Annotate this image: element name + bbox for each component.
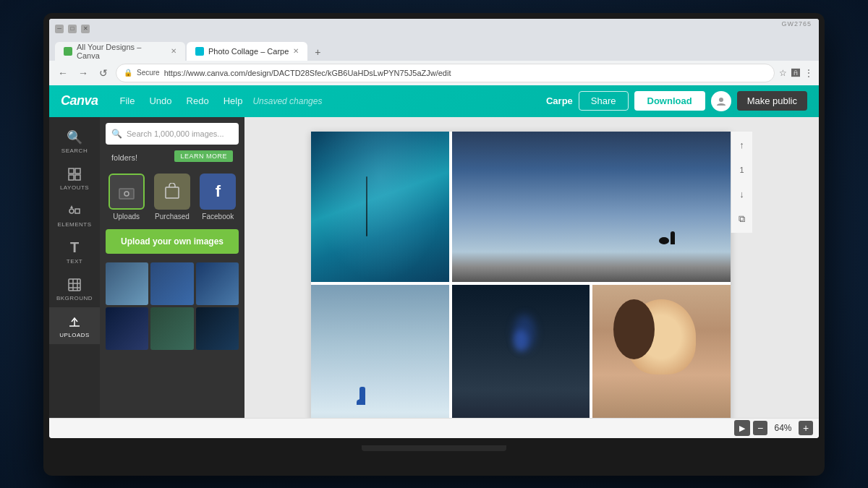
- secure-icon: 🔒: [124, 69, 132, 77]
- canva-header: Canva File Undo Redo Help Unsaved change…: [49, 85, 819, 117]
- sidebar-text-label: TEXT: [67, 258, 82, 265]
- browser-menu-button[interactable]: ⋮: [804, 68, 813, 78]
- tab-all-designs[interactable]: All Your Designs – Canva ✕: [55, 42, 185, 61]
- photo-ice-cave[interactable]: [311, 132, 449, 282]
- svg-rect-8: [69, 279, 80, 291]
- svg-point-0: [719, 98, 723, 102]
- search-placeholder: Search 1,000,000 images...: [127, 129, 224, 138]
- close-button[interactable]: ✕: [81, 25, 90, 33]
- align-up-button[interactable]: ↑: [734, 137, 750, 153]
- sidebar-item-background[interactable]: BKGROUND: [49, 270, 100, 307]
- monitor-base-bar: [362, 445, 506, 451]
- canvas-content: [311, 132, 731, 418]
- secure-label: Secure: [137, 69, 160, 77]
- right-toolbar: ↑ 1 ↓ ⧉: [731, 132, 752, 233]
- sidebar-item-search[interactable]: 🔍 SEARCH: [49, 123, 100, 160]
- sidebar-layouts-label: LAYOUTS: [60, 184, 89, 191]
- bottom-bar: ▶ − 64% +: [49, 418, 819, 438]
- new-tab-button[interactable]: +: [309, 43, 326, 61]
- uploads-tab-icon: [109, 174, 145, 210]
- forward-button[interactable]: →: [75, 65, 91, 81]
- make-public-button[interactable]: Make public: [737, 91, 807, 111]
- upload-thumb-4[interactable]: [106, 307, 148, 350]
- back-button[interactable]: ←: [55, 65, 71, 81]
- sidebar-item-layouts[interactable]: LAYOUTS: [49, 160, 100, 197]
- upload-thumb-6[interactable]: [196, 307, 239, 350]
- tab-close-2[interactable]: ✕: [293, 47, 299, 55]
- folders-text: folders!: [106, 150, 143, 165]
- source-tab-facebook[interactable]: f Facebook: [197, 174, 239, 221]
- photo-snow-landscape[interactable]: [311, 285, 449, 418]
- browser-chrome: ─ □ ✕ All Your Designs – Canva ✕ Photo C…: [49, 19, 819, 85]
- source-tab-uploads[interactable]: Uploads: [106, 174, 147, 221]
- url-bar[interactable]: 🔒 Secure https://www.canva.com/design/DA…: [116, 64, 775, 82]
- purchased-tab-icon: [154, 174, 190, 210]
- photo-mountain[interactable]: [452, 132, 731, 282]
- canva-app: Canva File Undo Redo Help Unsaved change…: [49, 85, 819, 438]
- reload-button[interactable]: ↺: [95, 65, 111, 81]
- align-down-button[interactable]: ↓: [734, 187, 750, 202]
- extension-icon: 🅰: [791, 68, 800, 78]
- page-number: 1: [734, 162, 750, 178]
- sidebar-item-elements[interactable]: ELEMENTS: [49, 197, 100, 234]
- maximize-button[interactable]: □: [68, 25, 77, 33]
- canvas-area[interactable]: ↑ 1 ↓ ⧉: [244, 117, 819, 418]
- header-right: Carpe Share Download Make public: [546, 91, 807, 111]
- zoom-in-button[interactable]: +: [799, 421, 813, 435]
- zoom-out-button[interactable]: −: [753, 421, 767, 435]
- unsaved-changes-label: Unsaved changes: [252, 96, 322, 106]
- layouts-icon: [67, 167, 82, 181]
- upload-thumb-1[interactable]: [106, 262, 148, 305]
- nav-undo[interactable]: Undo: [142, 85, 179, 117]
- zoom-controls: ▶ − 64% +: [734, 420, 813, 436]
- svg-rect-2: [75, 168, 80, 174]
- zoom-level: 64%: [770, 423, 796, 433]
- background-icon: [67, 278, 82, 292]
- monitor-model-label: GW2765: [781, 20, 812, 27]
- sidebar-uploads-label: UPLOADS: [59, 332, 90, 338]
- text-icon: T: [67, 241, 82, 255]
- tab-close-1[interactable]: ✕: [171, 47, 176, 55]
- uploads-tab-label: Uploads: [113, 213, 140, 221]
- svg-rect-15: [119, 189, 134, 199]
- nav-file[interactable]: File: [113, 85, 142, 117]
- photo-portrait[interactable]: [592, 285, 731, 418]
- svg-rect-1: [69, 168, 74, 174]
- uploads-icon: [67, 314, 82, 329]
- facebook-tab-icon: f: [200, 174, 236, 210]
- bookmark-button[interactable]: ☆: [779, 68, 787, 78]
- upload-thumb-5[interactable]: [150, 307, 193, 350]
- sidebar-item-uploads[interactable]: UPLOADS: [49, 307, 100, 344]
- uploads-panel: 🔍 Search 1,000,000 images... folders! LE…: [100, 117, 244, 418]
- share-button[interactable]: Share: [579, 91, 629, 111]
- source-tab-purchased[interactable]: Purchased: [151, 174, 192, 221]
- upload-thumb-3[interactable]: [196, 262, 239, 305]
- source-tabs: Uploads Purchased: [100, 168, 244, 226]
- upload-thumb-2[interactable]: [150, 262, 193, 305]
- facebook-tab-label: Facebook: [202, 213, 234, 221]
- search-box[interactable]: 🔍 Search 1,000,000 images...: [106, 123, 239, 145]
- present-button[interactable]: ▶: [734, 420, 750, 436]
- tab-favicon-2: [195, 47, 204, 56]
- nav-redo[interactable]: Redo: [179, 85, 216, 117]
- learn-more-banner[interactable]: LEARN MORE: [174, 150, 233, 162]
- monitor-base: [49, 438, 819, 458]
- copy-button[interactable]: ⧉: [734, 211, 750, 227]
- photo-blue-smoke[interactable]: [452, 285, 590, 418]
- sidebar-icons: 🔍 SEARCH LAYOUTS: [49, 117, 100, 418]
- svg-point-5: [69, 209, 74, 213]
- avatar: [711, 91, 731, 111]
- search-icon: 🔍: [67, 130, 82, 145]
- sidebar-item-text[interactable]: T TEXT: [49, 234, 100, 270]
- make-public-label: Make public: [747, 95, 797, 106]
- minimize-button[interactable]: ─: [55, 25, 64, 33]
- download-button[interactable]: Download: [634, 91, 705, 111]
- nav-help[interactable]: Help: [216, 85, 250, 117]
- tab-photo-collage[interactable]: Photo Collage – Carpe ✕: [187, 42, 307, 61]
- upload-own-images-button[interactable]: Upload your own images: [106, 229, 239, 254]
- monitor: GW2765 ─ □ ✕ All Your Designs – Canva ✕: [43, 13, 825, 476]
- user-name: Carpe: [546, 95, 573, 106]
- tab-favicon-1: [64, 47, 72, 56]
- title-bar: ─ □ ✕: [49, 19, 819, 39]
- svg-rect-6: [75, 209, 80, 213]
